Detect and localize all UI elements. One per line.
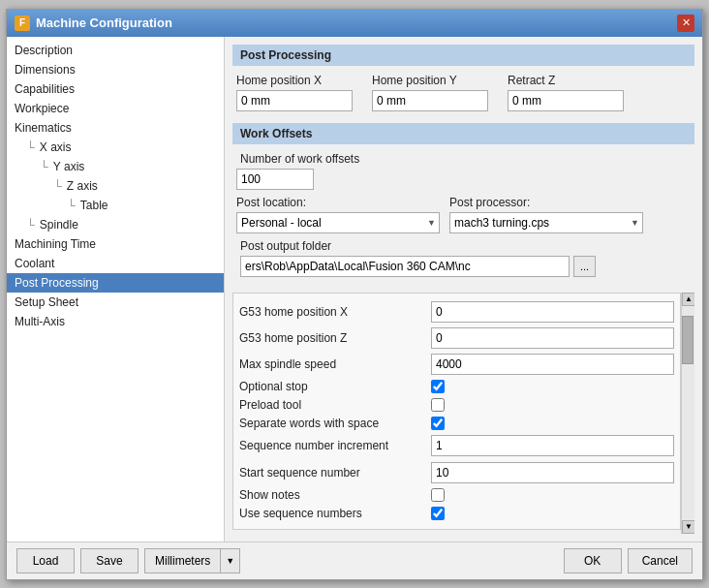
footer-right: OK Cancel (564, 548, 693, 573)
sidebar-item-spindle[interactable]: └ Spindle (7, 215, 224, 234)
max-spindle-label: Max spindle speed (239, 357, 423, 371)
post-location-group: Post location: Personal - local ▼ (236, 196, 440, 233)
show-notes-label: Show notes (239, 488, 423, 502)
units-button[interactable]: Millimeters (144, 548, 220, 573)
g53-home-x-input[interactable] (431, 301, 674, 323)
post-processor-select[interactable]: mach3 turning.cps (449, 212, 643, 233)
app-icon: F (15, 15, 30, 31)
sidebar-item-capabilities[interactable]: Capabilities (7, 79, 224, 99)
preload-tool-label: Preload tool (239, 398, 423, 412)
post-processing-header: Post Processing (232, 45, 694, 66)
retract-z-group: Retract Z (508, 74, 624, 111)
window-title: Machine Configuration (36, 15, 172, 30)
post-output-label: Post output folder (236, 239, 694, 253)
units-dropdown-group: Millimeters ▼ (144, 548, 240, 573)
detail-section: G53 home position X G53 home position Z … (232, 293, 694, 534)
browse-button[interactable]: ... (573, 256, 596, 277)
cancel-button[interactable]: Cancel (628, 548, 693, 573)
detail-scroll-area: G53 home position X G53 home position Z … (232, 293, 681, 530)
retract-z-input[interactable] (508, 90, 624, 111)
optional-stop-row: Optional stop (239, 380, 674, 393)
separate-words-label: Separate words with space (239, 417, 423, 430)
num-work-offsets-label: Number of work offsets (236, 152, 694, 166)
sidebar-item-multi-axis[interactable]: Multi-Axis (7, 312, 224, 331)
footer-left: Load Save Millimeters ▼ (16, 548, 240, 573)
home-pos-x-group: Home position X (236, 74, 353, 111)
seq-num-increment-label: Sequence number increment (239, 439, 423, 452)
save-button[interactable]: Save (80, 548, 139, 573)
scrollbar-thumb[interactable] (682, 316, 694, 364)
sidebar-item-description[interactable]: Description (7, 41, 224, 60)
max-spindle-row: Max spindle speed (239, 354, 674, 375)
use-seq-numbers-row: Use sequence numbers (239, 507, 674, 520)
units-dropdown-arrow[interactable]: ▼ (220, 548, 240, 573)
sidebar-item-setup-sheet[interactable]: Setup Sheet (7, 293, 224, 312)
post-output-row: ... (236, 256, 694, 277)
num-work-offsets-input[interactable] (236, 169, 314, 190)
sidebar-item-machining-time[interactable]: Machining Time (7, 234, 224, 254)
start-seq-num-row: Start sequence number (239, 462, 674, 483)
home-pos-y-input[interactable] (372, 90, 488, 111)
preload-tool-row: Preload tool (239, 398, 674, 412)
post-processor-select-wrapper: mach3 turning.cps ▼ (449, 212, 643, 233)
scrollbar: ▲ ▼ (681, 293, 694, 534)
g53-home-x-label: G53 home position X (239, 305, 423, 319)
scrollbar-track (682, 306, 694, 520)
use-seq-numbers-checkbox[interactable] (431, 507, 445, 520)
show-notes-row: Show notes (239, 488, 674, 502)
main-panel: Post Processing Home position X Home pos… (225, 37, 702, 542)
start-seq-num-label: Start sequence number (239, 466, 423, 480)
ok-button[interactable]: OK (564, 548, 622, 573)
work-offsets-header: Work Offsets (232, 123, 694, 144)
machine-configuration-window: F Machine Configuration ✕ Description Di… (6, 9, 703, 580)
sidebar-item-kinematics[interactable]: Kinematics (7, 118, 224, 138)
footer: Load Save Millimeters ▼ OK Cancel (7, 542, 702, 579)
home-pos-x-input[interactable] (236, 90, 353, 111)
g53-home-z-label: G53 home position Z (239, 331, 423, 345)
scrollbar-up-arrow[interactable]: ▲ (682, 293, 694, 306)
seq-num-increment-input[interactable] (431, 435, 674, 456)
post-location-select-wrapper: Personal - local ▼ (236, 212, 440, 233)
sidebar-item-post-processing[interactable]: Post Processing (7, 273, 224, 293)
separate-words-row: Separate words with space (239, 417, 674, 430)
sidebar: Description Dimensions Capabilities Work… (7, 37, 225, 542)
post-processor-group: Post processor: mach3 turning.cps ▼ (449, 196, 643, 233)
title-bar-left: F Machine Configuration (15, 15, 172, 31)
start-seq-num-input[interactable] (431, 462, 674, 483)
post-output-input[interactable] (240, 256, 570, 277)
separate-words-checkbox[interactable] (431, 417, 445, 430)
load-button[interactable]: Load (16, 548, 75, 573)
scrollbar-down-arrow[interactable]: ▼ (682, 520, 694, 534)
sidebar-item-coolant[interactable]: Coolant (7, 254, 224, 273)
title-bar: F Machine Configuration ✕ (7, 10, 702, 37)
use-seq-numbers-label: Use sequence numbers (239, 507, 423, 520)
sidebar-item-zaxis[interactable]: └ Z axis (7, 176, 224, 196)
home-pos-x-label: Home position X (236, 74, 353, 87)
home-pos-y-group: Home position Y (372, 74, 488, 111)
max-spindle-input[interactable] (431, 354, 674, 375)
content-area: Description Dimensions Capabilities Work… (7, 37, 702, 542)
post-processor-label: Post processor: (449, 196, 643, 209)
post-location-select[interactable]: Personal - local (236, 212, 440, 233)
show-notes-checkbox[interactable] (431, 488, 445, 502)
optional-stop-label: Optional stop (239, 380, 423, 393)
sidebar-item-yaxis[interactable]: └ Y axis (7, 157, 224, 176)
retract-z-label: Retract Z (508, 74, 624, 87)
preload-tool-checkbox[interactable] (431, 398, 445, 412)
sidebar-item-dimensions[interactable]: Dimensions (7, 60, 224, 79)
g53-home-x-row: G53 home position X (239, 301, 674, 323)
post-location-label: Post location: (236, 196, 440, 209)
g53-home-z-input[interactable] (431, 327, 674, 349)
g53-home-z-row: G53 home position Z (239, 327, 674, 349)
close-button[interactable]: ✕ (677, 15, 694, 32)
seq-num-increment-row: Sequence number increment (239, 435, 674, 456)
sidebar-item-workpiece[interactable]: Workpiece (7, 99, 224, 118)
sidebar-item-xaxis[interactable]: └ X axis (7, 138, 224, 157)
home-pos-y-label: Home position Y (372, 74, 488, 87)
sidebar-item-table[interactable]: └ Table (7, 196, 224, 215)
home-positions-group: Home position X Home position Y Retract … (232, 74, 694, 111)
post-location-row: Post location: Personal - local ▼ Post p… (232, 196, 694, 233)
optional-stop-checkbox[interactable] (431, 380, 445, 393)
